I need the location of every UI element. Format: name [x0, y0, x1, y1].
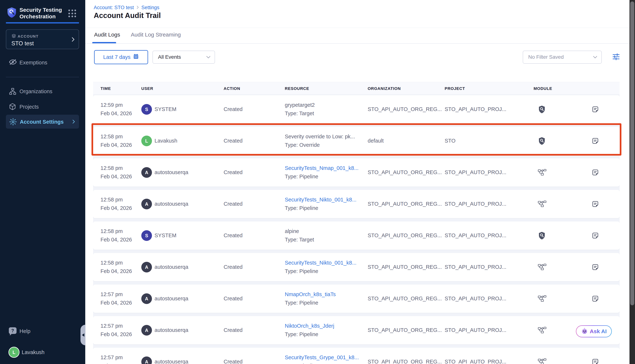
sidebar-item-exemptions[interactable]: Exemptions: [0, 56, 85, 69]
resource-name-link[interactable]: SecurityTests_Nmap_001_k8...: [285, 165, 358, 171]
resource-name-link[interactable]: NiktoOrch_k8s_Jderj: [285, 323, 334, 329]
page-title: Account Audit Trail: [94, 12, 161, 20]
resource-name: alpine: [285, 228, 299, 234]
pipeline-module-icon: [538, 358, 547, 364]
table-row: 12:57 pmFeb 04, 2026AautostouserqaCreate…: [93, 316, 619, 344]
date-value: Feb 04, 2026: [101, 142, 132, 148]
calendar-icon: [133, 54, 139, 61]
help-button[interactable]: ? Help: [0, 326, 85, 338]
avatar-initial: L: [145, 138, 148, 144]
table-row: 12:58 pmFeb 04, 2026SSYSTEMCreatedalpine…: [93, 222, 619, 250]
pipeline-module-icon: [538, 326, 547, 334]
ask-ai-button[interactable]: Ask AI: [576, 325, 612, 338]
help-chat-icon: ?: [9, 327, 17, 334]
gear-icon: [9, 118, 17, 126]
event-summary-icon[interactable]: [591, 200, 599, 208]
column-header-action: ACTION: [224, 86, 240, 91]
date-range-button[interactable]: Last 7 days: [94, 50, 148, 64]
time-value: 12:59 pm: [101, 102, 123, 108]
user-profile[interactable]: L Lavakush: [0, 346, 85, 359]
app-switcher-grid-icon[interactable]: [68, 10, 76, 18]
avatar-initial: A: [145, 328, 148, 333]
time-value: 12:58 pm: [101, 165, 123, 171]
resource-type: Type: Pipeline: [285, 331, 318, 338]
account-scope-label: ACCOUNT: [18, 34, 39, 38]
resource-type: Type: Override: [285, 142, 320, 148]
avatar-initial: S: [145, 107, 148, 112]
project-value: STO_API_AUTO_PROJ...: [445, 201, 506, 207]
ask-ai-label: Ask AI: [590, 328, 607, 334]
event-summary-icon[interactable]: [591, 263, 599, 272]
date-value: Feb 04, 2026: [101, 237, 132, 243]
action-value: Created: [224, 232, 243, 238]
tab-audit-log-streaming[interactable]: Audit Log Streaming: [131, 32, 181, 38]
chevron-down-icon: [206, 56, 210, 59]
action-value: Created: [224, 201, 243, 207]
avatar: S: [141, 230, 152, 241]
avatar-initial: A: [145, 170, 148, 175]
time-value: 12:57 pm: [101, 291, 123, 298]
sidebar-item-projects[interactable]: Projects: [0, 100, 85, 114]
breadcrumb-account-link[interactable]: Account: STO test: [94, 5, 134, 10]
avatar-initial: A: [145, 296, 148, 302]
event-summary-icon[interactable]: [591, 106, 599, 114]
date-value: Feb 04, 2026: [101, 300, 132, 306]
event-summary-icon[interactable]: [591, 137, 599, 146]
avatar: A: [141, 325, 152, 336]
time-value: 12:58 pm: [101, 260, 123, 266]
event-summary-icon[interactable]: [591, 168, 599, 177]
project-value: STO_API_AUTO_PROJ...: [445, 327, 506, 333]
project-value: STO_API_AUTO_PROJ...: [445, 106, 506, 112]
resource-name-link[interactable]: SecurityTests_Nikto_001_k8...: [285, 260, 356, 266]
saved-filter-value: No Filter Saved: [528, 54, 564, 60]
header-divider: [85, 28, 629, 28]
pipeline-module-icon: [538, 168, 547, 176]
sidebar: Security Testing Orchestration ACCOUNT S…: [0, 0, 85, 364]
triangle-left-icon: [80, 333, 84, 337]
event-summary-icon[interactable]: [591, 232, 599, 240]
date-value: Feb 04, 2026: [101, 174, 132, 180]
time-value: 12:58 pm: [101, 134, 123, 140]
avatar-initial: A: [145, 264, 148, 270]
resource-type: Type: Pipeline: [285, 300, 318, 306]
ai-robot-icon: [581, 328, 588, 335]
sidebar-collapse-handle[interactable]: [81, 325, 85, 345]
account-selector[interactable]: ACCOUNT STO test: [6, 29, 79, 49]
resource-name: Severity override to Low: pk...: [285, 134, 355, 140]
breadcrumb: Account: STO test Settings: [94, 5, 159, 10]
resource-name-link[interactable]: SecurityTests_Nikto_001_k8...: [285, 197, 356, 203]
vertical-scrollbar-thumb[interactable]: [630, 2, 634, 305]
resource-type: Type: Pipeline: [285, 174, 318, 180]
breadcrumb-settings-link[interactable]: Settings: [141, 5, 159, 10]
event-summary-icon[interactable]: [591, 295, 599, 303]
filter-settings-icon[interactable]: [612, 53, 621, 61]
resource-name: grypetarget2: [285, 102, 315, 108]
table-row: 12:58 pmFeb 04, 2026AautostouserqaCreate…: [93, 190, 619, 218]
event-type-select[interactable]: All Events: [152, 51, 215, 64]
avatar-initial: A: [145, 359, 148, 364]
event-type-value: All Events: [158, 54, 181, 60]
project-value: STO_API_AUTO_PROJ...: [445, 264, 506, 270]
resource-type: Type: Pipeline: [285, 363, 318, 364]
resource-name-link[interactable]: SecurityTests_Grype_001_k8...: [285, 354, 359, 360]
user-avatar: L: [9, 347, 20, 358]
module-accent-bar: [6, 22, 79, 24]
user-name: autostouserqa: [154, 327, 188, 333]
event-summary-icon[interactable]: [591, 358, 599, 364]
resource-name-link[interactable]: NmapOrch_k8s_tiaTs: [285, 291, 336, 298]
project-value: STO_API_AUTO_PROJ...: [445, 169, 506, 176]
action-value: Created: [224, 264, 243, 270]
project-value: STO: [445, 138, 456, 144]
chevron-right-icon: [72, 120, 75, 124]
avatar: A: [141, 293, 152, 304]
avatar: A: [141, 262, 152, 272]
tab-audit-logs[interactable]: Audit Logs: [94, 32, 120, 38]
sidebar-item-organizations[interactable]: Organizations: [0, 84, 85, 98]
avatar: A: [141, 199, 152, 209]
sidebar-item-account-settings[interactable]: Account Settings: [6, 115, 79, 128]
app-root: Security Testing Orchestration ACCOUNT S…: [0, 0, 635, 364]
avatar: A: [141, 167, 152, 178]
saved-filter-select[interactable]: No Filter Saved: [523, 51, 602, 64]
user-name: autostouserqa: [154, 169, 188, 176]
organization-value: STO_API_AUTO_ORG_REG...: [368, 169, 442, 176]
